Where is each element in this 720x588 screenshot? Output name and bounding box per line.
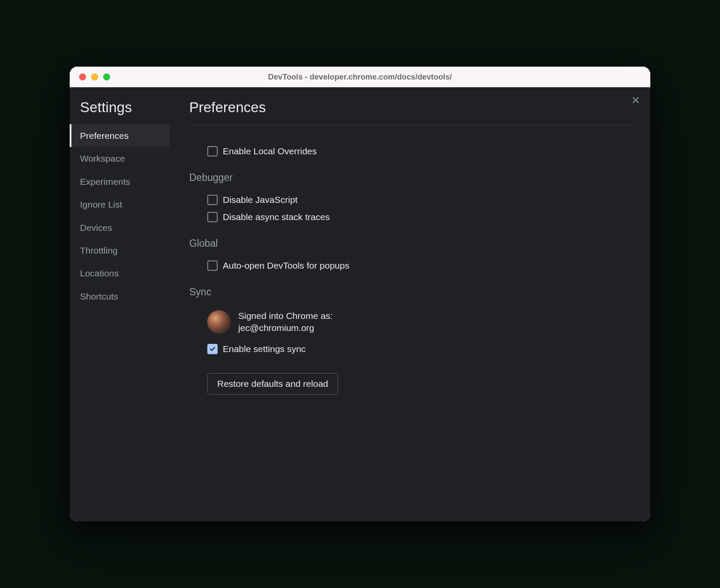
setting-disable-async-stack-traces[interactable]: Disable async stack traces <box>189 208 612 226</box>
zoom-window-icon[interactable] <box>103 74 110 80</box>
checkbox-icon[interactable] <box>207 344 218 354</box>
restore-defaults-button[interactable]: Restore defaults and reload <box>207 373 338 395</box>
close-window-icon[interactable] <box>79 74 86 80</box>
checkbox-icon[interactable] <box>207 260 218 271</box>
sidebar-item-label: Shortcuts <box>80 291 118 301</box>
sidebar-title: Settings <box>70 99 169 124</box>
sidebar-item-workspace[interactable]: Workspace <box>70 147 169 170</box>
settings-sidebar: Settings Preferences Workspace Experimen… <box>70 87 169 521</box>
sync-user-text: Signed into Chrome as: jec@chromium.org <box>238 310 332 334</box>
devtools-settings-pane: Settings Preferences Workspace Experimen… <box>70 87 650 521</box>
checkbox-icon[interactable] <box>207 195 218 205</box>
window-traffic-lights <box>70 74 110 80</box>
preferences-scroll-area[interactable]: Enable Local Overrides Debugger Disable … <box>189 125 633 521</box>
setting-auto-open-devtools-popups[interactable]: Auto-open DevTools for popups <box>189 257 612 274</box>
sidebar-item-throttling[interactable]: Throttling <box>70 239 169 262</box>
sidebar-item-devices[interactable]: Devices <box>70 216 169 239</box>
setting-disable-javascript[interactable]: Disable JavaScript <box>189 191 612 208</box>
setting-label: Disable JavaScript <box>223 195 298 205</box>
minimize-window-icon[interactable] <box>91 74 98 80</box>
setting-label: Enable Local Overrides <box>223 146 317 156</box>
setting-enable-settings-sync[interactable]: Enable settings sync <box>189 340 612 358</box>
sync-user-block: Signed into Chrome as: jec@chromium.org <box>189 306 612 340</box>
window-titlebar: DevTools - developer.chrome.com/docs/dev… <box>70 67 650 87</box>
window-title: DevTools - developer.chrome.com/docs/dev… <box>268 73 452 82</box>
setting-label: Disable async stack traces <box>223 212 330 222</box>
signed-in-label: Signed into Chrome as: <box>238 310 332 322</box>
setting-label: Enable settings sync <box>223 344 306 354</box>
setting-enable-local-overrides[interactable]: Enable Local Overrides <box>189 143 612 160</box>
sidebar-item-label: Throttling <box>80 245 118 255</box>
sidebar-item-label: Workspace <box>80 153 125 163</box>
sidebar-item-experiments[interactable]: Experiments <box>70 170 169 193</box>
sidebar-item-label: Ignore List <box>80 199 122 209</box>
section-title-debugger: Debugger <box>189 172 612 184</box>
checkbox-icon[interactable] <box>207 212 218 222</box>
checkbox-icon[interactable] <box>207 146 218 156</box>
main-title: Preferences <box>189 99 633 116</box>
sidebar-item-label: Devices <box>80 223 112 233</box>
sidebar-item-label: Locations <box>80 268 119 278</box>
devtools-window: DevTools - developer.chrome.com/docs/dev… <box>70 67 650 521</box>
settings-main: Preferences Enable Local Overrides Debug… <box>169 87 650 521</box>
sidebar-item-shortcuts[interactable]: Shortcuts <box>70 285 169 308</box>
section-title-sync: Sync <box>189 286 612 298</box>
section-title-global: Global <box>189 238 612 249</box>
sidebar-item-ignore-list[interactable]: Ignore List <box>70 193 169 216</box>
signed-in-email: jec@chromium.org <box>238 322 332 334</box>
sidebar-item-preferences[interactable]: Preferences <box>70 124 169 147</box>
preferences-content: Enable Local Overrides Debugger Disable … <box>189 126 612 407</box>
setting-label: Auto-open DevTools for popups <box>223 260 349 271</box>
avatar <box>207 310 231 334</box>
sidebar-nav-list: Preferences Workspace Experiments Ignore… <box>70 124 169 308</box>
sidebar-item-locations[interactable]: Locations <box>70 262 169 285</box>
sidebar-item-label: Preferences <box>80 131 129 141</box>
sidebar-item-label: Experiments <box>80 177 130 187</box>
